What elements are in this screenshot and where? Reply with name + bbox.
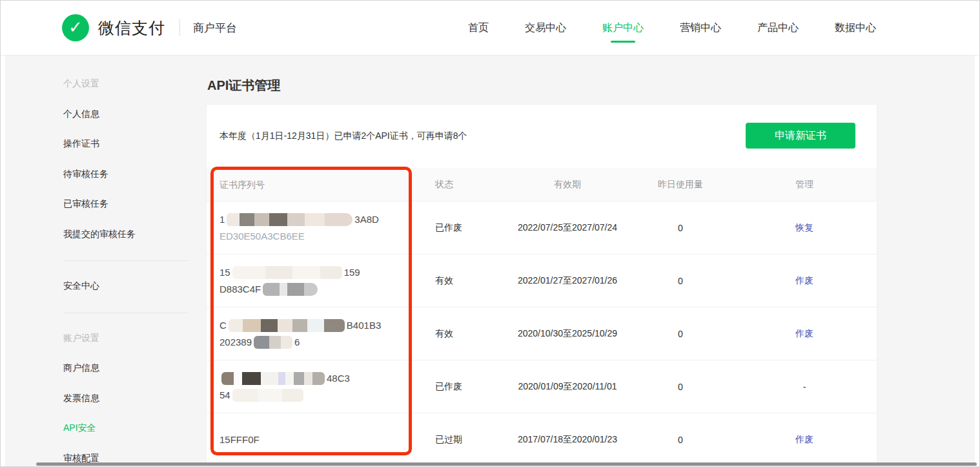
col-header-usage: 昨日使用量	[629, 179, 732, 191]
void-link[interactable]: 作废	[795, 434, 813, 444]
col-header-manage: 管理	[732, 179, 877, 191]
serial-text: 1	[219, 211, 225, 228]
nav-item-product-center[interactable]: 产品中心	[757, 1, 799, 56]
check-icon: ✓	[68, 19, 83, 36]
usage-yesterday-cell: 0	[629, 276, 732, 286]
serial-text: 54	[219, 387, 230, 404]
redacted-segment	[232, 266, 342, 279]
redacted-segment	[227, 213, 352, 226]
serial-line: 2023896	[219, 334, 435, 351]
serial-line: 15FFF0F	[219, 431, 435, 448]
table-row: 48C354已作废2020/01/09至2020/11/010-	[207, 360, 877, 413]
apply-new-certificate-button[interactable]: 申请新证书	[746, 123, 855, 149]
serial-text: B401B3	[347, 317, 381, 334]
status-cell: 有效	[435, 328, 506, 340]
manage-cell: 恢复	[732, 222, 877, 234]
top-nav: 首页交易中心账户中心营销中心产品中心数据中心	[468, 1, 876, 56]
col-header-validity: 有效期	[506, 179, 629, 191]
sidebar-item-invoice-info[interactable]: 发票信息	[63, 384, 189, 414]
sidebar-item-personal-info[interactable]: 个人信息	[63, 99, 189, 130]
usage-yesterday-cell: 0	[629, 329, 732, 339]
void-link[interactable]: 作废	[795, 328, 813, 338]
brand-name: 微信支付	[98, 17, 165, 39]
sidebar-item-personal-settings: 个人设置	[63, 69, 189, 99]
serial-text: 15FFF0F	[219, 431, 260, 448]
serial-line: ED30E50A3CB6EE	[219, 228, 435, 245]
restore-link[interactable]: 恢复	[795, 222, 813, 233]
usage-yesterday-cell: 0	[629, 223, 732, 233]
serial-text: 48C3	[327, 370, 350, 387]
table-row: 15FFF0F已过期2017/07/18至2020/01/230作废	[207, 413, 877, 466]
redacted-segment	[263, 283, 318, 296]
quota-summary-text: 本年度（1月1日-12月31日）已申请2个API证书，可再申请8个	[219, 130, 467, 142]
validity-cell: 2020/01/09至2020/11/01	[506, 381, 629, 393]
validity-cell: 2017/07/18至2020/01/23	[506, 434, 629, 446]
nav-item-account-center[interactable]: 账户中心	[602, 1, 644, 56]
serial-text: D883C4F	[219, 281, 261, 298]
serial-text: 6	[294, 334, 300, 351]
redacted-segment	[229, 319, 345, 332]
table-body: 13A8DED30E50A3CB6EE已作废2022/07/25至2027/07…	[207, 202, 877, 466]
manage-cell: 作废	[732, 434, 877, 446]
manage-cell: 作废	[732, 275, 877, 287]
status-cell: 已过期	[435, 434, 506, 446]
serial-number-cell: CB401B32023896	[207, 317, 435, 351]
status-cell: 已作废	[435, 381, 506, 393]
serial-line: 54	[219, 387, 435, 404]
page-title: API证书管理	[207, 77, 280, 94]
manage-cell: -	[732, 382, 877, 392]
table-header-row: 证书序列号 状态 有效期 昨日使用量 管理	[207, 168, 877, 202]
certificate-card: 本年度（1月1日-12月31日）已申请2个API证书，可再申请8个 申请新证书 …	[206, 104, 877, 467]
sidebar-item-api-security[interactable]: API安全	[63, 413, 189, 444]
nav-item-trade-center[interactable]: 交易中心	[525, 1, 566, 56]
serial-line: 15159	[219, 264, 435, 281]
sidebar-item-my-submitted-review-tasks[interactable]: 我提交的审核任务	[63, 220, 189, 250]
serial-text: C	[219, 317, 227, 334]
status-cell: 有效	[435, 275, 506, 287]
serial-number-cell: 48C354	[207, 370, 435, 404]
redacted-segment	[232, 389, 303, 402]
validity-cell: 2022/07/25至2027/07/24	[506, 222, 629, 234]
serial-text: 159	[344, 264, 360, 281]
validity-cell: 2020/10/30至2025/10/29	[506, 328, 629, 340]
validity-cell: 2022/01/27至2027/01/26	[506, 275, 629, 287]
void-link[interactable]: 作废	[795, 275, 813, 285]
serial-number-cell: 15FFF0F	[207, 431, 435, 448]
nav-item-home[interactable]: 首页	[468, 1, 489, 56]
redacted-segment	[221, 372, 325, 385]
col-header-serial: 证书序列号	[207, 176, 435, 193]
nav-item-data-center[interactable]: 数据中心	[835, 1, 876, 56]
no-action: -	[803, 382, 806, 392]
brand-logo: ✓ 微信支付 商户平台	[62, 14, 237, 41]
sidebar-item-account-settings: 账户设置	[63, 324, 189, 354]
serial-number-cell: 15159D883C4F	[207, 264, 435, 298]
sidebar-divider-2	[63, 313, 188, 313]
serial-line: CB401B3	[219, 317, 435, 334]
serial-line: 48C3	[219, 370, 435, 387]
sidebar-item-security-center[interactable]: 安全中心	[63, 271, 189, 302]
sidebar: 个人设置个人信息操作证书待审核任务已审核任务我提交的审核任务安全中心账户设置商户…	[63, 69, 189, 467]
table-row: CB401B32023896有效2020/10/30至2025/10/290作废	[207, 307, 877, 360]
certificate-table: 证书序列号 状态 有效期 昨日使用量 管理 13A8DED30E50A3CB6E…	[207, 168, 877, 466]
table-row: 13A8DED30E50A3CB6EE已作废2022/07/25至2027/07…	[207, 202, 877, 254]
usage-yesterday-cell: 0	[629, 435, 732, 445]
status-cell: 已作废	[435, 222, 506, 234]
serial-line: D883C4F	[219, 281, 435, 298]
serial-text: 3A8D	[354, 211, 379, 228]
platform-label: 商户平台	[193, 21, 237, 36]
wechat-pay-logo-icon: ✓	[62, 14, 89, 41]
sidebar-divider-1	[63, 260, 188, 261]
horizontal-scrollbar[interactable]	[36, 462, 977, 466]
serial-text: 15	[219, 264, 230, 281]
merchant-platform-page: ✓ 微信支付 商户平台 首页交易中心账户中心营销中心产品中心数据中心 个人设置个…	[0, 0, 980, 467]
nav-item-marketing-center[interactable]: 营销中心	[680, 1, 721, 56]
sidebar-item-merchant-info[interactable]: 商户信息	[63, 353, 189, 384]
col-header-status: 状态	[435, 179, 506, 191]
top-header: ✓ 微信支付 商户平台 首页交易中心账户中心营销中心产品中心数据中心	[1, 1, 979, 56]
sidebar-item-operation-certificate[interactable]: 操作证书	[63, 129, 189, 160]
sidebar-item-pending-review-tasks[interactable]: 待审核任务	[63, 160, 189, 190]
sidebar-item-reviewed-tasks[interactable]: 已审核任务	[63, 189, 189, 220]
serial-text: ED30E50A3CB6EE	[219, 228, 305, 245]
manage-cell: 作废	[732, 328, 877, 340]
serial-line: 13A8D	[219, 211, 435, 228]
